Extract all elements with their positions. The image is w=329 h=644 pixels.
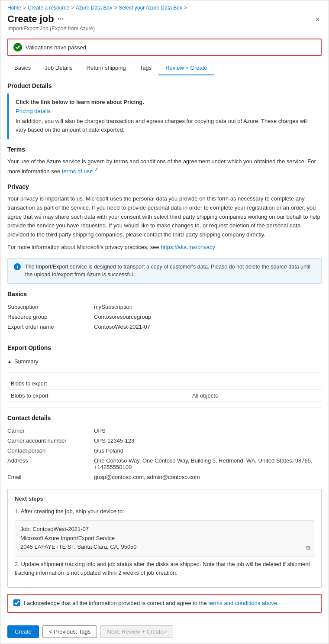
terms-text: Your use of the Azure service is govern … [7,157,322,176]
tabs-nav: Basics Job Details Return shipping Tags … [0,61,329,75]
step-1: 1. After creating the job, ship your dev… [15,507,314,516]
col-value [189,378,322,390]
summary-toggle[interactable]: ▲ Summary [7,356,322,367]
tab-tags[interactable]: Tags [133,61,158,75]
external-link-icon: ↗ [94,167,98,172]
shipping-address-box: Job: ContosoWest-2021-07 Microsoft Azure… [15,520,314,557]
breadcrumb-create-resource[interactable]: Create a resource [28,5,69,11]
terms-title: Terms [7,146,322,153]
table-row: Resource group Contosoresourcegroup [7,312,322,322]
validation-banner: Validations have passed. [7,39,322,56]
export-summary-table: Blobs to export Blobs to export All obje… [7,378,322,402]
table-row: Email gusp@contoso.com, admin@contoso.co… [7,472,322,482]
table-row: Carrier account number UPS-12345-123 [7,436,322,446]
page-subtitle: Import/Export Job (Export from Azure) [7,26,95,32]
contact-details-table: Carrier UPS Carrier account number UPS-1… [7,426,322,482]
table-row: Blobs to export All objects [7,390,322,402]
main-content: Product Details Click the link below to … [0,75,329,620]
tab-return-shipping[interactable]: Return shipping [80,61,133,75]
page-title: Create job ··· [7,13,95,25]
chevron-up-icon: ▲ [7,359,12,364]
table-row: Export order name ContosoWest-2021-07 [7,322,322,332]
terms-of-use-link[interactable]: terms of use ↗ [62,168,98,175]
product-details-title: Product Details [7,82,322,89]
step-2: 2. Update shipment tracking info and job… [15,560,314,577]
pricing-details-link[interactable]: Pricing details [16,108,51,114]
previous-button[interactable]: < Previous: Tags [42,625,97,638]
copy-icon[interactable]: ⧉ [306,543,310,553]
table-row: Subscription mySubscription [7,302,322,312]
table-row: Contact person Gus Poland [7,446,322,456]
info-box: i The Import/Export service is designed … [7,258,322,284]
create-button[interactable]: Create [7,625,39,638]
next-steps-box: Next steps 1. After creating the job, sh… [7,489,322,588]
acknowledge-checkbox[interactable] [13,599,20,606]
breadcrumb-home[interactable]: Home [7,5,21,11]
info-icon: i [14,263,21,270]
tab-basics[interactable]: Basics [7,61,38,75]
privacy-text: Your privacy is important to us. Microso… [7,194,322,252]
terms-conditions-link[interactable]: terms and conditions above [208,600,277,606]
export-options-title: Export Options [7,344,322,351]
acknowledge-checkbox-section: I acknowledge that all the information p… [7,594,322,613]
acknowledge-label[interactable]: I acknowledge that all the information p… [24,599,279,608]
close-button[interactable]: × [313,13,322,26]
table-row: Carrier UPS [7,426,322,436]
product-details-description: In addition, you will also be charged tr… [16,117,315,134]
privacy-title: Privacy [7,183,322,190]
export-options: ▲ Summary Blobs to export Blobs to expor… [7,356,322,402]
basics-title: Basics [7,291,322,298]
product-details-bold: Click the link below to learn more about… [16,99,315,105]
check-icon [13,43,22,52]
more-options-button[interactable]: ··· [58,15,64,24]
next-steps-title: Next steps [15,495,314,502]
basics-table: Subscription mySubscription Resource gro… [7,302,322,332]
col-blobs: Blobs to export [7,378,189,390]
privacy-link[interactable]: https://aka.ms/privacy [161,244,215,250]
breadcrumb-azure-data-box[interactable]: Azure Data Box [76,5,112,11]
breadcrumb-select-data-box[interactable]: Select your Azure Data Box [119,5,182,11]
tab-review-create[interactable]: Review + Create [158,61,214,75]
next-button: Next: Review + Create> [100,625,173,638]
validation-text: Validations have passed. [26,44,88,51]
tab-job-details[interactable]: Job Details [38,61,79,75]
bottom-toolbar: Create < Previous: Tags Next: Review + C… [0,620,329,643]
info-text: The Import/Export service is designed to… [25,263,315,279]
contact-details-title: Contact details [7,414,322,421]
breadcrumb: Home > Create a resource > Azure Data Bo… [0,0,329,13]
table-row: Address One Contoso Way, One Contoso Way… [7,456,322,472]
product-details-box: Click the link below to learn more about… [7,94,322,139]
page-header: Create job ··· Import/Export Job (Export… [0,13,329,35]
